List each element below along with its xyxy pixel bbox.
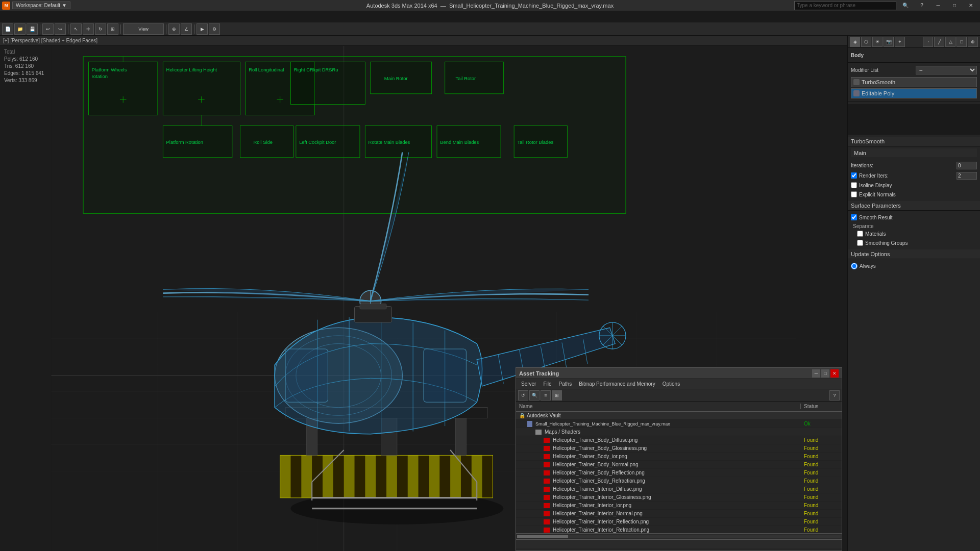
asset-row-tex6[interactable]: Helicopter_Trainer_Body_Refraction.png F… <box>516 477 842 485</box>
scroll-track[interactable] <box>517 535 841 538</box>
asset-menu-bitmap[interactable]: Bitmap Performance and Memory <box>576 381 658 387</box>
surface-params-header[interactable]: Surface Parameters <box>848 201 980 211</box>
iterations-input[interactable] <box>957 162 977 169</box>
turbosmooth-header[interactable]: TurboSmooth <box>848 137 980 146</box>
main-subheader[interactable]: Main <box>851 148 977 158</box>
titlebar-left: M Workspace: Default ▼ <box>2 2 70 10</box>
materials-checkbox[interactable] <box>857 231 863 237</box>
toolbar-move[interactable]: ✛ <box>83 23 94 35</box>
toolbar-redo[interactable]: ↪ <box>55 23 66 35</box>
toolbar-render[interactable]: ▶ <box>197 23 208 35</box>
viewport-label: [+] [Perspective] [Shaded + Edged Faces] <box>0 36 847 46</box>
mode-element[interactable]: □ <box>957 37 967 47</box>
asset-row-tex3[interactable]: Helicopter_Trainer_Body_ior.png Found <box>516 453 842 461</box>
sub-mode-btns: ⬝ ╱ △ □ ⊕ <box>923 37 978 47</box>
update-options-header[interactable]: Update Options <box>848 249 980 259</box>
modifier-turbosm[interactable]: TurboSmooth <box>851 77 977 87</box>
asset-close-btn[interactable]: ✕ <box>830 369 839 378</box>
stats-polys: Polys: 612 160 <box>4 56 44 63</box>
asset-vault-name: 🔒 Autodesk Vault <box>516 413 801 418</box>
smoothing-groups-checkbox[interactable] <box>857 240 863 246</box>
toolbar-ref-coord[interactable]: View <box>123 23 164 35</box>
workspace-selector[interactable]: Workspace: Default ▼ <box>12 2 70 9</box>
asset-menubar: Server File Paths Bitmap Performance and… <box>516 379 842 389</box>
search-btn[interactable]: 🔍 <box>898 1 913 10</box>
asset-row-tex10[interactable]: Helicopter_Trainer_Interior_Normal.png F… <box>516 510 842 518</box>
body-label-row: Body <box>851 50 977 60</box>
asset-table-body[interactable]: 🔒 Autodesk Vault Small_Helicopter_Traini… <box>516 412 842 533</box>
minimize-btn[interactable]: ─ <box>931 1 945 10</box>
toolbar-open[interactable]: 📁 <box>14 23 26 35</box>
mode-face[interactable]: △ <box>945 37 955 47</box>
svg-text:Bend Main Blades: Bend Main Blades <box>440 140 479 145</box>
maximize-btn[interactable]: □ <box>947 1 962 10</box>
mode-all[interactable]: ⊕ <box>968 37 978 47</box>
toolbar-angle-snap[interactable]: ∠ <box>181 23 192 35</box>
asset-menu-options[interactable]: Options <box>659 381 683 387</box>
texture-icon <box>544 503 550 508</box>
mode-vertex[interactable]: ⬝ <box>923 37 933 47</box>
asset-row-tex8[interactable]: Helicopter_Trainer_Interior_Glossiness.p… <box>516 493 842 502</box>
modifier-editpoly[interactable]: Editable Poly <box>851 88 977 98</box>
explicit-normals-checkbox[interactable] <box>851 191 857 197</box>
texture-icon <box>544 462 550 467</box>
asset-row-tex4[interactable]: Helicopter_Trainer_Body_Normal.png Found <box>516 461 842 469</box>
smooth-result-checkbox[interactable] <box>851 214 857 220</box>
stats-total: Total <box>4 48 44 56</box>
render-iters-input[interactable] <box>957 172 977 180</box>
toolbar-select[interactable]: ↖ <box>70 23 82 35</box>
toolbar-new[interactable]: 📄 <box>2 23 13 35</box>
modifier-dropdown[interactable]: -- <box>916 66 977 74</box>
asset-row-vault[interactable]: 🔒 Autodesk Vault <box>516 412 842 420</box>
asset-grid-btn[interactable]: ⊞ <box>552 390 562 400</box>
modifier-icon <box>853 79 860 85</box>
asset-row-tex9[interactable]: Helicopter_Trainer_Interior_ior.png Foun… <box>516 502 842 510</box>
asset-status-bar <box>516 539 842 548</box>
tex1-name: Helicopter_Trainer_Body_Diffuse.png <box>528 437 801 443</box>
asset-row-tex2[interactable]: Helicopter_Trainer_Body_Glossiness.png F… <box>516 444 842 453</box>
svg-rect-95 <box>360 304 386 309</box>
asset-minimize-btn[interactable]: ─ <box>812 369 820 378</box>
asset-menu-paths[interactable]: Paths <box>556 381 575 387</box>
toolbar-render-settings[interactable]: ⚙ <box>209 23 220 35</box>
asset-row-mainfile[interactable]: Small_Helicopter_Training_Machine_Blue_R… <box>516 420 842 428</box>
asset-scrollbar[interactable] <box>516 533 842 539</box>
asset-menu-server[interactable]: Server <box>518 381 539 387</box>
asset-row-maps[interactable]: Maps / Shaders <box>516 428 842 436</box>
toolbar-scale[interactable]: ⊞ <box>107 23 118 35</box>
create-shapes[interactable]: ⬡ <box>861 37 871 47</box>
svg-text:rotation: rotation <box>92 74 108 79</box>
create-cameras[interactable]: 📷 <box>884 37 894 47</box>
render-iters-checkbox[interactable] <box>851 172 857 179</box>
toolbar-undo[interactable]: ↩ <box>42 23 54 35</box>
separate-group: Separate Materials Smoothing Groups <box>853 223 977 247</box>
asset-row-tex7[interactable]: Helicopter_Trainer_Interior_Diffuse.png … <box>516 485 842 493</box>
mode-edge[interactable]: ╱ <box>934 37 944 47</box>
asset-row-tex12[interactable]: Helicopter_Trainer_Interior_Refraction.p… <box>516 526 842 533</box>
render-iters-label: Render Iters: <box>859 173 889 179</box>
help-btn[interactable]: ? <box>915 1 929 10</box>
asset-help-btn[interactable]: ? <box>829 390 840 400</box>
close-btn[interactable]: ✕ <box>964 1 978 10</box>
toolbar-save[interactable]: 💾 <box>27 23 38 35</box>
isoline-checkbox[interactable] <box>851 182 857 188</box>
search-box[interactable]: Type a keyword or phrase <box>794 1 896 10</box>
asset-menu-file[interactable]: File <box>540 381 554 387</box>
body-section: Body <box>848 48 980 63</box>
create-geometry[interactable]: ◈ <box>850 37 860 47</box>
create-helpers[interactable]: + <box>895 37 905 47</box>
svg-text:Tail Rotor Blades: Tail Rotor Blades <box>517 140 553 145</box>
asset-row-tex1[interactable]: Helicopter_Trainer_Body_Diffuse.png Foun… <box>516 436 842 444</box>
create-lights[interactable]: ☀ <box>872 37 883 47</box>
asset-refresh-btn[interactable]: ↺ <box>518 390 528 400</box>
scroll-thumb[interactable] <box>517 535 568 538</box>
asset-maximize-btn[interactable]: □ <box>821 369 829 378</box>
toolbar-rotate[interactable]: ↻ <box>95 23 106 35</box>
asset-find-btn[interactable]: 🔍 <box>529 390 540 400</box>
asset-list-btn[interactable]: ≡ <box>541 390 551 400</box>
tex2-name: Helicopter_Trainer_Body_Glossiness.png <box>528 445 801 451</box>
toolbar-snap[interactable]: ⊕ <box>168 23 180 35</box>
asset-row-tex11[interactable]: Helicopter_Trainer_Interior_Reflection.p… <box>516 518 842 526</box>
always-radio[interactable] <box>851 263 857 269</box>
asset-row-tex5[interactable]: Helicopter_Trainer_Body_Reflection.png F… <box>516 469 842 477</box>
